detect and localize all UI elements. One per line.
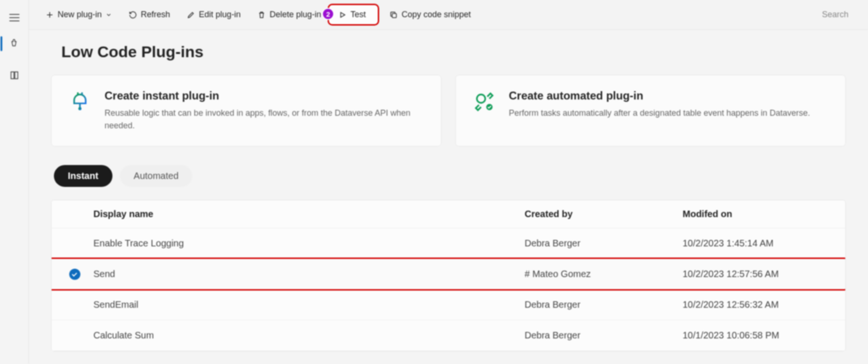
edit-plugin-button[interactable]: Edit plug-in [180,6,247,23]
annotation-badge-2: 2 [322,8,334,20]
cell-name: Send [93,269,525,279]
instant-card-desc: Reusable logic that can be invoked in ap… [105,107,425,132]
page-title: Low Code Plug-ins [61,43,846,61]
cell-modifiedon: 10/2/2023 12:56:32 AM [683,299,841,310]
cell-createdby: # Mateo Gomez [525,269,683,279]
toolbar: New plug-in Refresh Edit plug-in Delete … [29,0,868,30]
nav-plugin-icon[interactable] [5,34,24,53]
cell-createdby: Debra Berger [525,238,683,249]
test-button-highlight: 2 Test [328,4,379,26]
table-row[interactable]: 1 Send # Mateo Gomez 10/2/2023 12:57:56 … [52,259,845,290]
svg-rect-0 [392,13,396,18]
test-label: Test [350,10,366,20]
svg-point-2 [477,94,485,103]
automated-card-desc: Perform tasks automatically after a desi… [509,107,810,119]
instant-icon [67,89,92,114]
copy-snippet-label: Copy code snippet [401,10,471,20]
table-row[interactable]: SendEmail Debra Berger 10/2/2023 12:56:3… [52,290,845,320]
chevron-down-icon [105,12,112,18]
copy-icon [389,11,398,19]
edit-plugin-label: Edit plug-in [199,10,241,20]
test-button[interactable]: Test [335,8,368,21]
automated-icon [472,89,497,114]
cell-name: SendEmail [93,299,525,310]
left-nav-rail [0,0,29,364]
play-icon [338,11,347,19]
table-header-row: Display name Created by Modifed on [52,200,845,228]
pencil-icon [187,11,195,19]
menu-icon[interactable] [9,14,20,21]
cell-modifiedon: 10/1/2023 10:06:58 PM [683,330,841,341]
cell-modifiedon: 10/2/2023 1:45:14 AM [683,238,841,249]
cell-modifiedon: 10/2/2023 12:57:56 AM [683,269,841,279]
tabs: Instant Automated [51,165,846,187]
nav-book-icon[interactable] [5,66,24,85]
copy-snippet-button[interactable]: Copy code snippet [383,6,477,23]
new-plugin-button[interactable]: New plug-in [39,6,118,23]
new-plugin-label: New plug-in [58,10,102,20]
automated-card-title: Create automated plug-in [509,89,810,102]
checkmark-icon[interactable] [69,269,80,280]
trash-icon [257,11,266,19]
create-instant-card[interactable]: Create instant plug-in Reusable logic th… [51,75,441,146]
col-display-name[interactable]: Display name [93,209,525,219]
table-row[interactable]: Enable Trace Logging Debra Berger 10/2/2… [52,228,845,259]
cell-name: Enable Trace Logging [93,238,525,249]
search-input[interactable]: Search [813,6,858,23]
refresh-icon [129,11,137,19]
delete-plugin-button[interactable]: Delete plug-in [251,6,324,23]
cell-createdby: Debra Berger [525,299,683,310]
table-row[interactable]: Calculate Sum Debra Berger 10/1/2023 10:… [52,320,845,351]
plugin-table: Display name Created by Modifed on Enabl… [51,200,846,351]
search-placeholder: Search [822,10,848,19]
cell-name: Calculate Sum [93,330,525,341]
cell-createdby: Debra Berger [525,330,683,341]
create-automated-card[interactable]: Create automated plug-in Perform tasks a… [455,75,846,146]
refresh-button[interactable]: Refresh [122,6,177,23]
instant-card-title: Create instant plug-in [105,89,425,102]
delete-plugin-label: Delete plug-in [270,10,321,20]
tab-automated[interactable]: Automated [120,165,193,187]
refresh-label: Refresh [141,10,170,20]
col-created-by[interactable]: Created by [525,209,683,219]
tab-instant[interactable]: Instant [54,165,112,187]
svg-point-1 [79,107,82,110]
col-modified-on[interactable]: Modifed on [683,209,841,219]
